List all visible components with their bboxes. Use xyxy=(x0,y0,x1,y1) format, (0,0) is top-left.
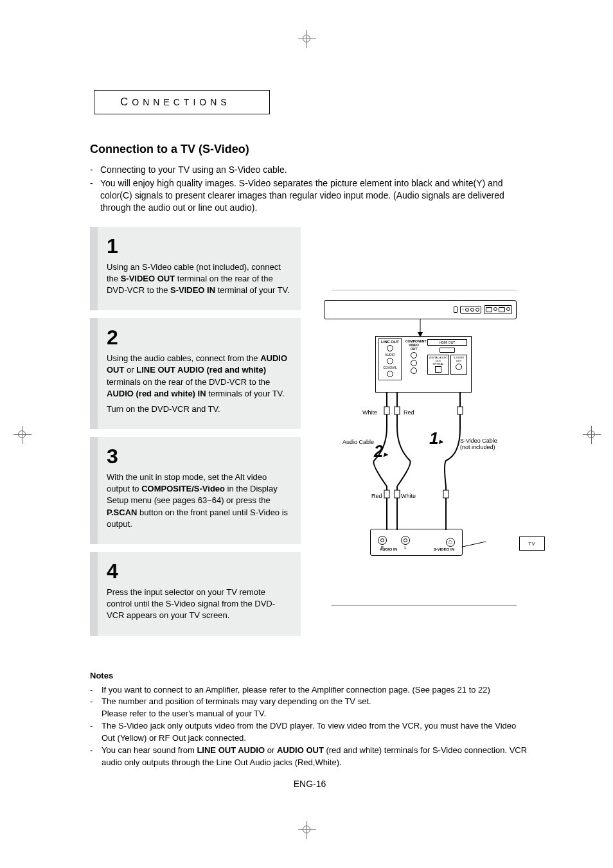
device-front-icon: ○ xyxy=(324,300,517,319)
white-label-2: White xyxy=(401,493,416,499)
svg-rect-13 xyxy=(443,490,449,498)
notes-block: Notes - If you want to connect to an Amp… xyxy=(90,671,529,769)
diagram-column: ○ xyxy=(311,227,529,644)
step-2-body: Using the audio cables, connect from the… xyxy=(107,353,292,400)
device-backpanel-icon: LINE OUT AUDIO COAXIAL COMPONENT VIDEO O… xyxy=(375,336,472,393)
step-4: 4 Press the input selector on your TV re… xyxy=(90,552,301,636)
note-1: - If you want to connect to an Amplifier… xyxy=(90,684,529,696)
notes-title: Notes xyxy=(90,671,529,680)
note-4: - You can hear sound from LINE OUT AUDIO… xyxy=(90,745,529,769)
svg-rect-11 xyxy=(384,490,389,498)
page-footer: ENG-16 xyxy=(90,779,529,789)
step-3: 3 With the unit in stop mode, set the Al… xyxy=(90,437,301,544)
svg-rect-9 xyxy=(395,407,400,414)
steps-column: 1 Using an S-Video cable (not included),… xyxy=(90,227,301,644)
svg-rect-8 xyxy=(384,407,389,414)
intro-line-2: You will enjoy high quality images. S-Vi… xyxy=(100,177,529,214)
audio-cable-label: Audio Cable xyxy=(338,439,374,445)
white-label: White xyxy=(362,409,377,416)
step-1: 1 Using an S-Video cable (not included),… xyxy=(90,227,301,311)
diagram-number-1: 1▸ xyxy=(429,429,443,448)
note-2-cont: Please refer to the user's manual of you… xyxy=(90,708,529,720)
page-content: CONNECTIONS Connection to a TV (S-Video)… xyxy=(90,90,529,759)
section-tab: CONNECTIONS xyxy=(94,90,270,114)
tv-label-box: TV xyxy=(519,536,545,551)
step-2-extra: Turn on the DVD-VCR and TV. xyxy=(107,403,292,415)
diagram-number-2: 2▸ xyxy=(374,441,387,461)
intro-line-1: Connecting to your TV using an S-Video c… xyxy=(100,164,529,176)
svg-rect-12 xyxy=(395,490,400,498)
svideo-cable-label: S-Video Cable (not included) xyxy=(460,438,497,450)
connection-diagram: ○ xyxy=(324,300,517,570)
page-title: Connection to a TV (S-Video) xyxy=(90,143,529,156)
step-1-body: Using an S-Video cable (not included), c… xyxy=(107,261,292,297)
svg-line-14 xyxy=(463,542,486,547)
red-label: Red xyxy=(404,409,414,416)
svg-rect-10 xyxy=(458,407,463,414)
note-3: - The S-Video jack only outputs video fr… xyxy=(90,720,529,745)
note-2: - The number and position of terminals m… xyxy=(90,696,529,708)
red-label-2: Red xyxy=(371,493,382,499)
step-2: 2 Using the audio cables, connect from t… xyxy=(90,318,301,429)
tv-ports-icon: R L AUDIO IN S-VIDEO IN xyxy=(370,529,463,556)
section-tab-label: ONNECTIONS xyxy=(132,97,230,107)
step-4-body: Press the input selector on your TV remo… xyxy=(107,587,292,622)
step-3-body: With the unit in stop mode, set the Alt … xyxy=(107,472,292,530)
intro-block: - Connecting to your TV using an S-Video… xyxy=(90,164,529,214)
